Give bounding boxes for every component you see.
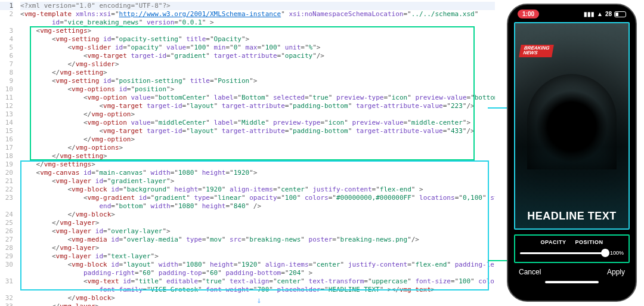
line-gutter: 1234567891011121314151617181920212223242… [0,0,18,306]
tab-position[interactable]: POSITION [575,239,603,245]
preview-background-image [527,74,617,169]
code-editor[interactable]: 1234567891011121314151617181920212223242… [0,0,495,306]
breaking-news-badge: BREAKINGNEWS [519,45,553,57]
apply-button[interactable]: Apply [607,268,625,276]
code-area[interactable]: <?xml version="1.0" encoding="UTF-8"?><v… [18,0,495,306]
controls-panel: OPACITY POSITION 100% [514,234,630,263]
wifi-icon: ▲ [597,11,603,17]
status-bar: 1:00 ▮▮▮ ▲ 28 [508,5,636,20]
signal-icon: ▮▮▮ [584,11,595,17]
cancel-button[interactable]: Cancel [519,268,541,276]
home-indicator [545,281,599,283]
tab-opacity[interactable]: OPACITY [541,239,566,245]
headline-text[interactable]: HEADLINE TEXT [515,210,628,222]
phone-mockup: 1:00 ▮▮▮ ▲ 28 BREAKINGNEWS HEADLINE TEXT… [507,4,637,302]
battery-pct: 28 [605,11,612,17]
opacity-slider[interactable] [520,252,606,254]
slider-value: 100% [609,250,624,256]
preview-canvas[interactable]: BREAKINGNEWS HEADLINE TEXT [514,22,630,230]
slider-thumb[interactable] [601,249,609,257]
status-time: 1:00 [518,10,539,18]
scroll-down-indicator: ↓ [256,295,261,305]
battery-icon [614,11,626,17]
